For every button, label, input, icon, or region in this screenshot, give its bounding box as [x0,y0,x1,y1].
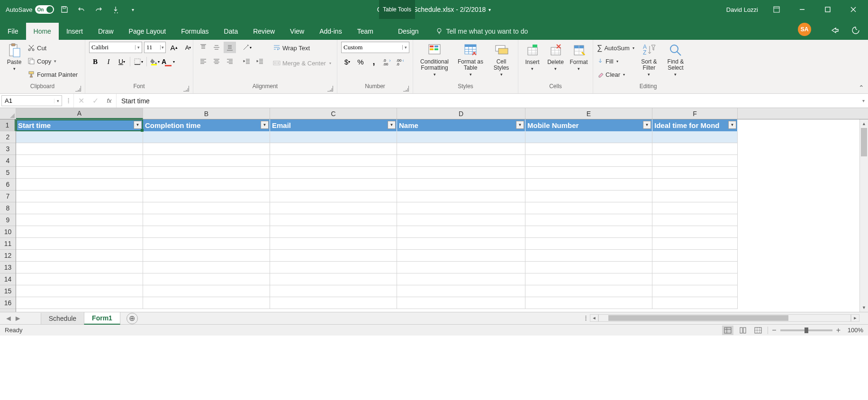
font-color-icon[interactable]: A▾ [162,56,174,67]
cell[interactable] [525,131,652,143]
cell[interactable] [270,226,397,238]
autosave-toggle[interactable]: AutoSave On [6,5,54,14]
copy-button[interactable]: Copy▾ [27,55,78,67]
tab-review[interactable]: Review [245,23,282,40]
row-header-2[interactable]: 2 [0,131,16,143]
decrease-indent-icon[interactable] [241,56,253,67]
cell[interactable] [143,131,270,143]
tab-formulas[interactable]: Formulas [173,23,216,40]
maximize-icon[interactable] [817,2,839,17]
column-header-D[interactable]: D [397,108,525,119]
conditional-formatting-button[interactable]: Conditional Formatting▾ [417,42,452,77]
cell[interactable] [16,202,143,214]
row-header-8[interactable]: 8 [0,202,16,214]
normal-view-icon[interactable] [722,326,733,335]
cell[interactable] [16,131,143,143]
sort-filter-button[interactable]: AZ Sort & Filter▾ [637,42,661,77]
cell[interactable] [652,250,738,262]
cell[interactable] [652,191,738,202]
cell[interactable] [270,143,397,155]
horizontal-scrollbar[interactable] [598,314,851,322]
table-header-cell[interactable]: Name▼ [397,119,525,131]
cell[interactable] [525,179,652,191]
cell[interactable] [16,179,143,191]
increase-indent-icon[interactable] [254,56,266,67]
clear-button[interactable]: Clear▾ [597,68,634,81]
cell[interactable] [270,238,397,250]
redo-icon[interactable] [92,3,105,16]
cell[interactable] [270,262,397,273]
underline-icon[interactable]: U▾ [116,56,128,67]
cell[interactable] [397,262,525,273]
row-header-9[interactable]: 9 [0,214,16,226]
cell[interactable] [525,143,652,155]
cell[interactable] [525,262,652,273]
cell[interactable] [16,226,143,238]
align-bottom-icon[interactable] [224,42,236,53]
cell[interactable] [525,285,652,297]
new-sheet-button[interactable]: ⊕ [127,313,138,324]
row-header-12[interactable]: 12 [0,250,16,262]
ribbon-display-icon[interactable] [766,2,787,17]
align-right-icon[interactable] [224,56,236,67]
cell[interactable] [270,250,397,262]
vscroll-thumb[interactable] [861,128,867,156]
cell[interactable] [143,191,270,202]
cell[interactable] [270,167,397,179]
scroll-up-icon[interactable]: ▲ [860,119,868,128]
tab-data[interactable]: Data [217,23,246,40]
cell-styles-button[interactable]: Cell Styles▾ [489,42,514,77]
cell[interactable] [143,273,270,285]
cell[interactable] [16,214,143,226]
font-name-combo[interactable]: ▾ [89,42,142,53]
cell[interactable] [270,191,397,202]
undo-icon[interactable] [75,3,88,16]
cell[interactable] [270,155,397,167]
cell[interactable] [652,167,738,179]
tab-design[interactable]: Design [390,23,426,40]
cell[interactable] [652,155,738,167]
decrease-decimal-icon[interactable]: .00.0 [394,56,407,67]
cell[interactable] [397,179,525,191]
column-header-B[interactable]: B [143,108,270,119]
row-header-16[interactable]: 16 [0,297,16,309]
filter-dropdown-icon[interactable]: ▼ [388,121,396,129]
sheet-tab-form1[interactable]: Form1 [84,312,120,325]
cell[interactable] [16,155,143,167]
align-center-icon[interactable] [210,56,223,67]
enter-formula-icon[interactable]: ✓ [88,94,102,108]
orientation-icon[interactable]: ▾ [241,42,253,53]
cell[interactable] [652,262,738,273]
paste-button[interactable]: Paste▾ [4,42,25,71]
filter-dropdown-icon[interactable]: ▼ [261,121,269,129]
increase-decimal-icon[interactable]: .0.00 [381,56,393,67]
cell[interactable] [270,285,397,297]
decrease-font-icon[interactable]: A▾ [182,42,194,53]
touch-icon[interactable] [109,3,122,16]
delete-cells-button[interactable]: Delete▾ [545,42,566,71]
tab-view[interactable]: View [282,23,312,40]
close-icon[interactable] [842,2,864,17]
cell[interactable] [16,250,143,262]
row-header-3[interactable]: 3 [0,143,16,155]
number-dialog-launcher[interactable] [403,86,409,91]
cell[interactable] [16,262,143,273]
collapse-ribbon-icon[interactable]: ⌃ [859,84,864,91]
align-left-icon[interactable] [197,56,209,67]
cell[interactable] [143,143,270,155]
zoom-in-icon[interactable]: + [836,326,841,335]
cell[interactable] [143,202,270,214]
bold-icon[interactable]: B [89,56,101,67]
table-header-cell[interactable]: Ideal time for Mond▼ [652,119,738,131]
table-header-cell[interactable]: Start time▼ [16,119,143,131]
table-header-cell[interactable]: Completion time▼ [143,119,270,131]
clipboard-dialog-launcher[interactable] [75,86,81,91]
fx-label[interactable]: fx [102,94,117,108]
format-cells-button[interactable]: Format▾ [569,42,589,71]
cell[interactable] [525,297,652,309]
vertical-scrollbar[interactable]: ▲ ▼ [859,119,868,312]
cell[interactable] [397,191,525,202]
cell[interactable] [525,191,652,202]
cell[interactable] [525,167,652,179]
page-break-view-icon[interactable] [752,326,764,335]
